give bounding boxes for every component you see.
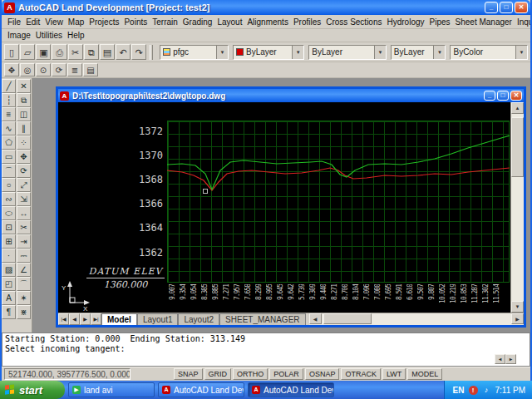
rotate-tool[interactable]: ⟳ [17,164,31,178]
drawing-maximize-button[interactable]: □ [497,91,509,101]
menu-item[interactable]: Hydrology [385,17,427,27]
line-tool[interactable]: ╱ [2,79,16,93]
taskbar-task-autocad-2-active[interactable]: A AutoCAD Land Devel... [248,382,334,397]
menu-item[interactable]: View [42,17,66,27]
ellipse-tool[interactable]: ⬭ [2,206,16,220]
polyline-tool[interactable]: ∿ [2,121,16,135]
status-toggle[interactable]: POLAR [269,368,303,380]
offset-tool[interactable]: ∥ [17,121,31,135]
print-button[interactable]: ⎙ [52,44,66,60]
status-toggle[interactable]: OSNAP [305,368,340,380]
layout-tab[interactable]: Model [101,313,137,325]
new-button[interactable]: ▯ [4,44,19,60]
menu-item[interactable]: Projects [86,17,121,27]
command-scrollbar[interactable]: ◀ ▶ [495,354,528,364]
properties-paint-tool[interactable]: ⋇ [17,305,31,319]
scroll-right-button[interactable]: ▶ [505,354,516,364]
menu-item[interactable]: Terrain [150,17,180,27]
dropdown-arrow-icon[interactable]: ▼ [515,46,527,59]
menu-item[interactable]: Pipes [427,17,453,27]
taskbar-task-autocad-1[interactable]: A AutoCAD Land Devel... [158,382,244,397]
menu-item[interactable]: Grading [180,17,215,27]
lineweight-combo[interactable]: ByLayer ▼ [391,45,446,60]
point-tool[interactable]: · [2,249,16,263]
scale-tool[interactable]: ⤢ [17,178,31,192]
dropdown-arrow-icon[interactable]: ▼ [374,46,386,59]
coordinates-readout[interactable]: 521740.000, 3957776.500, 0.000 [4,368,131,380]
command-window[interactable]: Starting Station: 0.000 Ending Station: … [2,332,530,367]
open-button[interactable]: ▱ [20,44,35,60]
status-toggle[interactable]: SNAP [174,368,203,380]
dropdown-arrow-icon[interactable]: ▼ [216,46,228,59]
toolbar-grip[interactable] [150,45,153,60]
circle-tool[interactable]: ○ [2,178,16,192]
dropdown-arrow-icon[interactable]: ▼ [292,46,303,59]
arc-tool[interactable]: ⌒ [2,164,16,178]
vertical-scroll-thumb[interactable] [511,117,524,177]
spline-tool[interactable]: ∾ [2,192,16,206]
stretch-tool[interactable]: ⇲ [17,192,31,206]
scroll-down-button[interactable]: ▼ [511,301,524,313]
menu-item[interactable]: Utilities [33,30,65,41]
polygon-tool[interactable]: ⬠ [2,135,16,150]
undo-button[interactable]: ↶ [116,44,131,60]
regen-button[interactable]: ⟳ [52,63,66,76]
mtext-tool[interactable]: ¶ [2,305,16,319]
scroll-right-button[interactable]: ▶ [511,313,524,324]
zoom-previous-button[interactable]: ⊙ [36,63,51,76]
tab-last-button[interactable]: ▶| [91,313,101,325]
linetype-combo[interactable]: ByLayer ▼ [308,45,387,60]
minimize-button[interactable]: _ [485,2,498,13]
layout-tab[interactable]: Layout1 [137,313,179,325]
tab-next-button[interactable]: ▶ [80,313,91,325]
lengthen-tool[interactable]: ↔ [17,206,31,220]
fillet-tool[interactable]: ⌒ [17,277,31,291]
menu-item[interactable]: File [5,17,23,27]
menu-item[interactable]: Alignments [244,17,290,27]
menu-item[interactable]: Points [121,17,150,27]
hatch-tool[interactable]: ▨ [2,263,16,277]
menu-item[interactable]: Edit [23,17,42,27]
status-toggle[interactable]: LWT [382,368,406,380]
construction-line-tool[interactable]: ┆ [2,93,16,107]
close-button[interactable]: ✕ [515,2,528,13]
erase-tool[interactable]: ✕ [17,79,31,93]
horizontal-scroll-thumb[interactable] [323,313,372,324]
properties-button[interactable]: ▤ [83,63,98,76]
layout-tab[interactable]: SHEET_MANAGER [219,313,305,325]
horizontal-scrollbar[interactable]: ◀ ▶ [309,313,524,325]
menu-item[interactable]: Cross Sections [323,17,384,27]
region-tool[interactable]: ◰ [2,277,16,291]
multiline-tool[interactable]: ≡ [2,107,16,121]
color-combo[interactable]: ByLayer ▼ [233,45,304,60]
menu-item[interactable]: Profiles [291,17,323,27]
menu-item[interactable]: Sheet Manager [453,17,515,27]
insert-block-tool[interactable]: ⊡ [2,220,16,234]
drawing-close-button[interactable]: ✕ [510,91,522,101]
make-block-tool[interactable]: ⊞ [2,234,16,249]
tab-first-button[interactable]: |◀ [58,313,69,325]
scroll-left-button[interactable]: ◀ [309,313,322,324]
vertical-scrollbar[interactable]: ▲ ▼ [510,102,524,313]
layer-combo[interactable]: pfgc ▼ [160,45,229,60]
drawing-canvas[interactable]: 137213701368136613641362 9.0079.3549.054… [58,102,510,313]
maximize-button[interactable]: □ [500,2,513,13]
vertical-scroll-track[interactable] [511,114,524,301]
language-indicator[interactable]: EN [453,386,465,395]
scroll-left-button[interactable]: ◀ [495,354,505,364]
status-toggle[interactable]: ORTHO [233,368,268,380]
trim-tool[interactable]: ✂ [17,220,31,234]
extend-tool[interactable]: ⇥ [17,234,31,249]
layers-button[interactable]: ≣ [67,63,82,76]
scroll-up-button[interactable]: ▲ [511,102,524,114]
menu-item[interactable]: Layout [214,17,244,27]
menu-item[interactable]: Image [5,30,33,41]
status-toggle[interactable]: GRID [204,368,232,380]
title-bar[interactable]: A AutoCAD Land Development [Project: tes… [2,0,530,15]
volume-icon[interactable]: ♪ [482,386,491,395]
status-toggle[interactable]: MODEL [407,368,442,380]
pan-button[interactable]: ✥ [4,63,19,76]
layout-tab[interactable]: Layout2 [178,313,219,325]
rectangle-tool[interactable]: ▭ [2,150,16,164]
break-tool[interactable]: ⎓ [17,249,31,263]
